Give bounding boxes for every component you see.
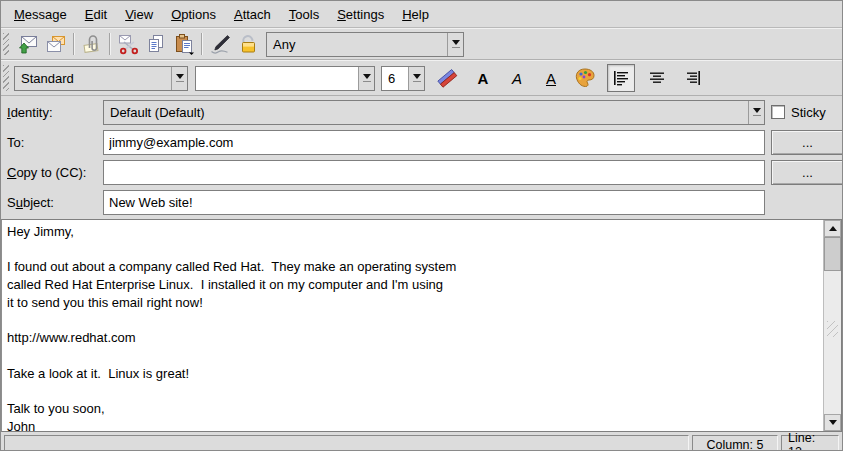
encrypt-message-button[interactable] bbox=[234, 30, 262, 58]
sign-message-button[interactable] bbox=[206, 30, 234, 58]
toolbar-separator bbox=[109, 33, 111, 55]
status-message-panel bbox=[4, 435, 689, 451]
encrypt-message-icon bbox=[237, 33, 259, 55]
paste-dropdown-arrow-icon bbox=[189, 53, 194, 56]
crypto-format-value: Any bbox=[267, 33, 447, 56]
to-input[interactable] bbox=[103, 130, 765, 155]
to-address-book-button[interactable]: ... bbox=[771, 130, 843, 155]
send-mail-button[interactable] bbox=[14, 30, 42, 58]
paragraph-style-value: Standard bbox=[15, 67, 171, 90]
menu-options[interactable]: Options bbox=[162, 4, 225, 25]
main-toolbar: Any bbox=[1, 28, 842, 60]
queue-mail-icon bbox=[45, 33, 67, 55]
italic-icon: A bbox=[512, 71, 522, 86]
reset-formatting-button[interactable] bbox=[433, 64, 461, 92]
toolbar-separator bbox=[73, 33, 75, 55]
identity-value: Default (Default) bbox=[104, 101, 748, 124]
scroll-down-button[interactable] bbox=[824, 414, 841, 431]
scroll-up-button[interactable] bbox=[824, 220, 841, 237]
cc-input[interactable] bbox=[103, 160, 765, 185]
align-left-icon bbox=[611, 68, 631, 88]
bold-button[interactable]: A bbox=[469, 64, 497, 92]
menu-view[interactable]: View bbox=[116, 4, 162, 25]
message-body-editor[interactable]: Hey Jimmy, I found out about a company c… bbox=[1, 219, 842, 432]
identity-label: Identity: bbox=[7, 105, 97, 120]
subject-row: Subject: bbox=[7, 189, 838, 215]
identity-combo[interactable]: Default (Default) bbox=[103, 100, 765, 125]
font-family-combo[interactable] bbox=[195, 66, 375, 91]
arrow-up-icon bbox=[829, 226, 837, 231]
underline-button[interactable]: A bbox=[537, 64, 565, 92]
toolbar-drag-handle[interactable] bbox=[3, 65, 9, 91]
menu-edit[interactable]: Edit bbox=[76, 4, 116, 25]
align-center-icon bbox=[647, 68, 667, 88]
menu-settings[interactable]: Settings bbox=[328, 4, 393, 25]
toolbar-drag-handle[interactable] bbox=[3, 33, 9, 55]
text-color-palette-icon bbox=[573, 66, 597, 90]
chevron-down-icon[interactable] bbox=[171, 67, 187, 90]
font-family-value bbox=[196, 67, 358, 90]
bold-icon: A bbox=[478, 71, 489, 86]
status-line-indicator: Line: 12 bbox=[781, 435, 839, 451]
identity-row: Identity: Default (Default) Sticky bbox=[7, 99, 838, 125]
toolbar-separator bbox=[201, 33, 203, 55]
paragraph-style-combo[interactable]: Standard bbox=[14, 66, 188, 91]
copy-icon bbox=[145, 33, 167, 55]
menu-help[interactable]: Help bbox=[393, 4, 438, 25]
italic-button[interactable]: A bbox=[503, 64, 531, 92]
scrollbar-grip-lines bbox=[827, 321, 838, 337]
attach-file-button[interactable] bbox=[78, 30, 106, 58]
subject-label: Subject: bbox=[7, 195, 97, 210]
scrollbar-thumb[interactable] bbox=[824, 237, 841, 271]
message-body-text[interactable]: Hey Jimmy, I found out about a company c… bbox=[2, 220, 841, 432]
subject-input[interactable] bbox=[103, 190, 765, 215]
status-column-indicator: Column: 5 bbox=[692, 435, 778, 451]
text-color-button[interactable] bbox=[571, 64, 599, 92]
attach-file-icon bbox=[81, 33, 103, 55]
mail-composer-window: Message Edit View Options Attach Tools S… bbox=[0, 0, 843, 451]
crypto-format-combo[interactable]: Any bbox=[266, 32, 464, 57]
to-label: To: bbox=[7, 135, 97, 150]
sticky-checkbox[interactable] bbox=[771, 105, 785, 119]
format-toolbar: Standard 6 A A A bbox=[1, 60, 842, 96]
queue-mail-button[interactable] bbox=[42, 30, 70, 58]
status-bar: Column: 5 Line: 12 bbox=[1, 432, 842, 451]
sign-message-icon bbox=[209, 33, 231, 55]
message-headers: Identity: Default (Default) Sticky To: .… bbox=[1, 96, 842, 219]
paste-button[interactable] bbox=[170, 30, 198, 58]
menu-message[interactable]: Message bbox=[5, 4, 76, 25]
align-left-button[interactable] bbox=[607, 64, 635, 92]
cc-row: Copy to (CC): ... bbox=[7, 159, 838, 185]
font-size-combo[interactable]: 6 bbox=[381, 66, 425, 91]
to-row: To: ... bbox=[7, 129, 838, 155]
paste-icon bbox=[173, 33, 195, 55]
vertical-scrollbar[interactable] bbox=[823, 220, 841, 431]
menu-tools[interactable]: Tools bbox=[280, 4, 328, 25]
chevron-down-icon[interactable] bbox=[748, 101, 764, 124]
menu-attach[interactable]: Attach bbox=[225, 4, 280, 25]
sticky-label: Sticky bbox=[791, 105, 826, 120]
chevron-down-icon[interactable] bbox=[408, 67, 424, 90]
align-right-button[interactable] bbox=[679, 64, 707, 92]
arrow-down-icon bbox=[829, 420, 837, 425]
font-size-value: 6 bbox=[382, 67, 408, 90]
menu-bar: Message Edit View Options Attach Tools S… bbox=[1, 1, 842, 28]
send-mail-icon bbox=[17, 33, 39, 55]
chevron-down-icon[interactable] bbox=[447, 33, 463, 56]
underline-icon: A bbox=[546, 71, 556, 86]
eraser-icon bbox=[435, 66, 459, 90]
align-right-icon bbox=[683, 68, 703, 88]
cc-label: Copy to (CC): bbox=[7, 165, 97, 180]
align-center-button[interactable] bbox=[643, 64, 671, 92]
copy-button[interactable] bbox=[142, 30, 170, 58]
cc-address-book-button[interactable]: ... bbox=[771, 160, 843, 185]
cut-button[interactable] bbox=[114, 30, 142, 58]
chevron-down-icon[interactable] bbox=[358, 67, 374, 90]
cut-icon bbox=[117, 33, 139, 55]
